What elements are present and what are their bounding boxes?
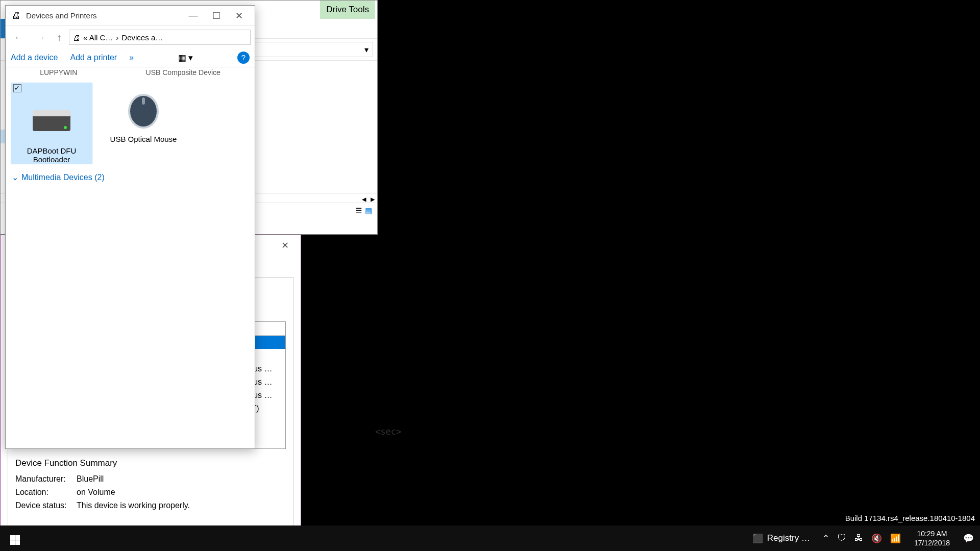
overflow-button[interactable]: » — [129, 53, 134, 62]
function-summary: Device Function Summary Manufacturer:Blu… — [15, 458, 286, 512]
start-button[interactable] — [0, 532, 30, 545]
svg-rect-1 — [33, 110, 70, 116]
maximize-button[interactable]: ☐ — [205, 6, 228, 26]
view-icons-icon[interactable]: ▦ — [365, 206, 372, 215]
mfr-value: BluePill — [77, 474, 104, 484]
summary-title: Device Function Summary — [15, 458, 286, 468]
windows-icon — [10, 535, 20, 545]
up-button[interactable]: ↑ — [53, 32, 66, 43]
taskbar[interactable]: Build 17134.rs4_release.180410-1804 ⬛ Re… — [0, 525, 980, 551]
svg-rect-5 — [142, 97, 145, 105]
category-header[interactable]: ⌄ Multimedia Devices (2) — [6, 169, 255, 185]
view-details-icon[interactable]: ☰ — [355, 206, 362, 215]
add-printer-button[interactable]: Add a printer — [70, 53, 117, 62]
minimize-button[interactable]: — — [182, 6, 205, 25]
view-options-icon[interactable]: ▦ ▾ — [178, 53, 193, 63]
help-icon[interactable]: ? — [237, 52, 250, 64]
taskbar-app[interactable]: ⬛ Registry … — [746, 525, 816, 551]
drive-tools-tab[interactable]: Drive Tools — [320, 1, 375, 19]
device-label: DAPBoot DFU Bootloader — [11, 146, 92, 164]
device-label: USB Composite Device — [146, 68, 220, 77]
loc-value: on Volume — [77, 488, 115, 497]
close-button[interactable]: ✕ — [228, 6, 251, 26]
chevron-up-icon[interactable]: ⌃ — [822, 533, 829, 544]
device-mouse[interactable]: USB Optical Mouse — [103, 83, 184, 164]
device-label: LUPPYWIN — [40, 68, 77, 77]
app-icon: ⬛ — [752, 533, 763, 544]
security-icon[interactable]: 🛡 — [838, 533, 846, 543]
system-tray[interactable]: ⌃ 🛡 🖧 🔇 📶 10:29 AM 17/12/2018 💬 — [816, 529, 980, 547]
titlebar[interactable]: 🖨 Devices and Printers — ☐ ✕ — [6, 6, 255, 26]
devices-icon: 🖨 — [12, 11, 22, 21]
chevron-down-icon: ⌄ — [12, 172, 18, 182]
close-button[interactable]: ✕ — [274, 236, 297, 255]
status-label: Device status: — [15, 501, 77, 510]
device-label: USB Optical Mouse — [103, 135, 184, 143]
add-device-button[interactable]: Add a device — [11, 53, 58, 62]
wifi-icon[interactable]: 📶 — [890, 533, 901, 544]
folder-icon: 🖨 — [72, 33, 80, 42]
network-icon[interactable]: 🖧 — [854, 533, 863, 543]
dropdown-icon[interactable]: ▾ — [364, 45, 369, 55]
mouse-icon — [115, 86, 172, 132]
mfr-label: Manufacturer: — [15, 474, 77, 484]
svg-point-2 — [64, 126, 67, 129]
breadcrumb[interactable]: 🖨 « All C… › Devices a… — [69, 30, 251, 45]
device-dapboot[interactable]: DAPBoot DFU Bootloader — [11, 83, 92, 164]
notifications-icon[interactable]: 💬 — [963, 533, 974, 544]
clock[interactable]: 10:29 AM 17/12/2018 — [909, 529, 955, 547]
volume-icon[interactable]: 🔇 — [871, 533, 882, 544]
devices-grid: DAPBoot DFU Bootloader USB Optical Mouse — [6, 78, 255, 169]
devices-printers-window: 🖨 Devices and Printers — ☐ ✕ ← → ↑ 🖨 « A… — [5, 5, 255, 449]
loc-label: Location: — [15, 488, 77, 497]
build-watermark: Build 17134.rs4_release.180410-1804 — [845, 514, 975, 522]
drive-icon — [23, 97, 80, 143]
command-bar: Add a device Add a printer » ▦ ▾ ? — [6, 48, 255, 67]
window-title: Devices and Printers — [26, 11, 182, 20]
back-button[interactable]: ← — [10, 32, 28, 43]
checkbox-icon[interactable] — [13, 84, 21, 92]
forward-button[interactable]: → — [31, 32, 50, 43]
status-value: This device is working properly. — [77, 501, 190, 510]
sec-text: <sec> — [375, 427, 401, 437]
nav-bar: ← → ↑ 🖨 « All C… › Devices a… — [6, 26, 255, 48]
